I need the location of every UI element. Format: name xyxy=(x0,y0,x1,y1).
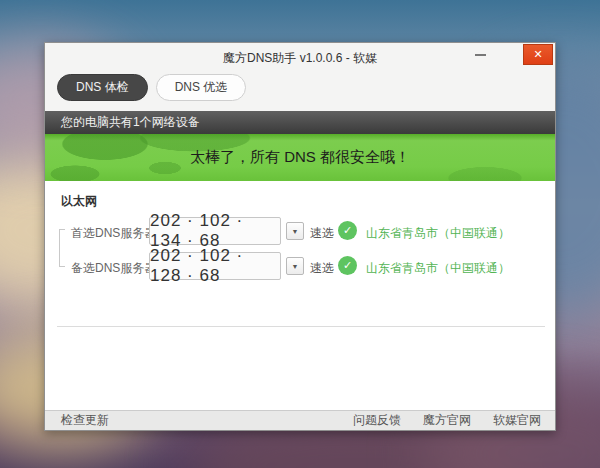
primary-dns-dropdown-button[interactable]: ▼ xyxy=(286,222,304,240)
primary-dns-location: 山东省青岛市（中国联通） xyxy=(366,225,510,242)
minimize-icon xyxy=(475,54,486,56)
app-window: 魔方DNS助手 v1.0.0.6 - 软媒 ✕ DNS 体检 DNS 优选 您的… xyxy=(44,42,556,431)
ruanmei-site-link[interactable]: 软媒官网 xyxy=(493,412,541,429)
mofang-site-link[interactable]: 魔方官网 xyxy=(423,412,471,429)
secondary-dns-location: 山东省青岛市（中国联通） xyxy=(366,260,510,277)
check-glyph: ✓ xyxy=(343,259,352,272)
adapter-section-title: 以太网 xyxy=(61,193,97,210)
tab-label: DNS 优选 xyxy=(175,79,228,96)
footer-bar: 检查更新 问题反馈 魔方官网 软媒官网 xyxy=(45,410,555,430)
close-icon: ✕ xyxy=(533,48,542,61)
status-bar: 您的电脑共有1个网络设备 xyxy=(45,111,555,134)
minimize-button[interactable] xyxy=(467,44,493,65)
chevron-down-icon: ▼ xyxy=(292,263,299,270)
dns-row: 首选DNS服务器 202 · 102 · 134 · 68 ▼ 速选 ✓ 山东省… xyxy=(45,217,555,245)
tab-bar: DNS 体检 DNS 优选 xyxy=(57,74,246,101)
primary-dns-input[interactable]: 202 · 102 · 134 · 68 xyxy=(149,217,281,245)
content-area: 以太网 首选DNS服务器 202 · 102 · 134 · 68 ▼ 速选 ✓… xyxy=(45,181,555,412)
safe-check-icon: ✓ xyxy=(338,256,357,275)
ip-value: 202 · 102 · 128 · 68 xyxy=(150,246,280,286)
check-glyph: ✓ xyxy=(343,224,352,237)
tab-label: DNS 体检 xyxy=(76,79,129,96)
tab-dns-checkup[interactable]: DNS 体检 xyxy=(57,74,148,101)
title-bar[interactable]: 魔方DNS助手 v1.0.0.6 - 软媒 ✕ xyxy=(45,43,555,71)
result-banner: 太棒了，所有 DNS 都很安全哦！ xyxy=(45,134,555,181)
footer-links: 问题反馈 魔方官网 软媒官网 xyxy=(353,412,541,429)
secondary-dns-dropdown-button[interactable]: ▼ xyxy=(286,257,304,275)
status-text: 您的电脑共有1个网络设备 xyxy=(61,114,200,131)
chevron-down-icon: ▼ xyxy=(292,228,299,235)
secondary-dns-input[interactable]: 202 · 102 · 128 · 68 xyxy=(149,252,281,280)
tab-dns-optimize[interactable]: DNS 优选 xyxy=(156,74,247,101)
primary-quick-select-link[interactable]: 速选 xyxy=(310,225,334,242)
primary-dns-label: 首选DNS服务器 xyxy=(71,225,156,242)
section-divider xyxy=(57,326,545,327)
banner-message: 太棒了，所有 DNS 都很安全哦！ xyxy=(190,148,410,167)
dns-row: 备选DNS服务器 202 · 102 · 128 · 68 ▼ 速选 ✓ 山东省… xyxy=(45,252,555,280)
feedback-link[interactable]: 问题反馈 xyxy=(353,412,401,429)
ip-value: 202 · 102 · 134 · 68 xyxy=(150,211,280,251)
safe-check-icon: ✓ xyxy=(338,221,357,240)
check-update-link[interactable]: 检查更新 xyxy=(61,412,109,429)
secondary-dns-label: 备选DNS服务器 xyxy=(71,260,156,277)
secondary-quick-select-link[interactable]: 速选 xyxy=(310,260,334,277)
close-button[interactable]: ✕ xyxy=(523,44,553,65)
